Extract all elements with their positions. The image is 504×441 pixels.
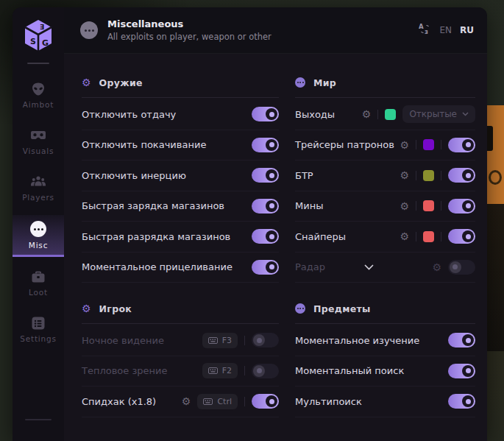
toggle-switch[interactable] — [448, 229, 475, 244]
sidebar-item-loot[interactable]: Loot — [13, 264, 64, 303]
section-divider — [82, 97, 279, 98]
sidebar-item-settings[interactable]: Settings — [13, 310, 64, 349]
toggle-switch[interactable] — [252, 229, 279, 244]
sidebar-item-label: Misc — [29, 241, 48, 250]
page-header: Miscellaneous All exploits on player, we… — [64, 7, 487, 54]
feature-row: Трейсеры патронов ⚙ — [295, 130, 475, 161]
expand-chevron-icon[interactable] — [364, 264, 393, 270]
items-icon — [295, 303, 305, 314]
exits-dropdown[interactable]: Открытые — [402, 105, 475, 123]
sidebar-item-visuals[interactable]: Visuals — [13, 122, 64, 161]
briefcase-icon — [30, 269, 46, 284]
sidebar-item-label: Visuals — [23, 147, 54, 155]
lang-ru-button[interactable]: RU — [460, 25, 474, 35]
page-title: Miscellaneous — [107, 18, 271, 29]
toggle-switch[interactable] — [448, 333, 475, 347]
color-swatch[interactable] — [423, 139, 434, 150]
section-title: Оружие — [99, 77, 143, 88]
toggle-switch[interactable] — [252, 138, 279, 152]
feature-row: Моментальный поиск — [295, 356, 475, 387]
color-swatch[interactable] — [423, 231, 434, 242]
gear-icon: ⚙ — [82, 77, 91, 88]
feature-row: БТР ⚙ — [295, 160, 475, 191]
gear-icon[interactable]: ⚙ — [362, 109, 372, 119]
feature-row: Снайперы ⚙ — [295, 222, 475, 253]
section-weapon: ⚙ Оружие Отключить отдачу Отключить пока… — [82, 76, 279, 283]
feature-row: Отключить инерцию — [82, 160, 279, 191]
feature-row: Радар ⚙ — [295, 253, 475, 283]
game-background-sign — [487, 105, 504, 204]
vr-goggles-icon — [30, 128, 46, 143]
gear-icon[interactable]: ⚙ — [400, 140, 409, 150]
svg-text:G: G — [42, 38, 49, 48]
left-column: ⚙ Оружие Отключить отдачу Отключить пока… — [82, 76, 279, 441]
feature-row: Выходы ⚙ Открытые — [295, 99, 475, 130]
section-title: Предметы — [313, 303, 371, 314]
toggle-switch[interactable] — [252, 394, 279, 409]
section-title: Мир — [313, 77, 336, 88]
sidebar-item-label: Players — [22, 193, 54, 202]
sidebar-item-label: Aimbot — [23, 100, 54, 109]
toggle-switch[interactable] — [448, 138, 475, 152]
keyboard-icon — [208, 367, 218, 374]
section-divider — [295, 97, 475, 98]
sidebar-item-label: Loot — [29, 288, 48, 297]
lang-en-button[interactable]: EN — [439, 25, 452, 35]
svg-text:S: S — [30, 37, 36, 46]
feature-row: Ночное видение F3 — [82, 325, 279, 356]
section-player: ⚙ Игрок Ночное видение F3 — [82, 302, 279, 417]
toggle-switch[interactable] — [252, 107, 279, 121]
hotkey-badge[interactable]: F2 — [202, 363, 238, 378]
section-world: Мир Выходы ⚙ Открытые — [295, 76, 475, 283]
hotkey-badge[interactable]: F3 — [202, 333, 238, 348]
main-content: ⚙ Оружие Отключить отдачу Отключить пока… — [64, 54, 487, 441]
keyboard-icon — [208, 337, 218, 344]
ellipsis-icon — [30, 221, 46, 237]
gear-icon[interactable]: ⚙ — [400, 231, 409, 241]
toggle-switch[interactable] — [252, 333, 279, 347]
game-background — [487, 204, 504, 351]
toggle-switch[interactable] — [252, 260, 279, 275]
feature-row: Мины ⚙ — [295, 191, 475, 222]
feature-row: Мультипоиск — [295, 387, 475, 417]
page-ellipsis-icon — [80, 21, 98, 39]
hotkey-badge[interactable]: Ctrl — [197, 394, 238, 409]
sidebar-item-misc[interactable]: Misc — [13, 215, 64, 257]
section-items: Предметы Моментальное изучение Моменталь… — [295, 302, 475, 417]
alien-icon — [30, 82, 46, 96]
feature-row: Моментальное прицеливание — [82, 253, 279, 283]
keyboard-icon — [203, 398, 213, 405]
toggle-switch[interactable] — [448, 199, 475, 214]
sidebar-item-aimbot[interactable]: Aimbot — [13, 76, 64, 115]
feature-row: Спидхак (x1.8) ⚙ Ctrl — [82, 387, 279, 417]
gear-icon[interactable]: ⚙ — [400, 170, 409, 180]
toggle-switch[interactable] — [252, 199, 279, 214]
toggle-switch[interactable] — [448, 168, 475, 183]
section-divider — [295, 323, 475, 324]
feature-row: Быстрая зарядка магазинов — [82, 191, 279, 222]
world-icon — [295, 77, 305, 88]
feature-row: Моментальное изучение — [295, 325, 475, 356]
toggle-switch[interactable] — [448, 364, 475, 378]
toggle-switch[interactable] — [448, 260, 475, 275]
toggle-switch[interactable] — [252, 364, 279, 378]
content-area: Miscellaneous All exploits on player, we… — [64, 7, 487, 441]
cheat-menu-panel: S G Ǝ Aimbot Visuals Players — [13, 7, 487, 441]
svg-text:A: A — [419, 23, 424, 30]
svg-text:Ǝ: Ǝ — [40, 24, 44, 31]
feature-row: Отключить покачивание — [82, 130, 279, 161]
gear-icon[interactable]: ⚙ — [182, 396, 191, 406]
color-swatch[interactable] — [385, 109, 396, 120]
sidebar: S G Ǝ Aimbot Visuals Players — [13, 7, 64, 441]
right-column: Мир Выходы ⚙ Открытые — [295, 76, 475, 441]
sidebar-item-label: Settings — [20, 334, 56, 343]
toggle-switch[interactable] — [252, 168, 279, 183]
gear-icon[interactable]: ⚙ — [400, 201, 409, 211]
color-swatch[interactable] — [423, 170, 434, 181]
gear-icon[interactable]: ⚙ — [432, 262, 441, 272]
gear-icon: ⚙ — [82, 303, 91, 314]
sidebar-item-players[interactable]: Players — [13, 169, 64, 208]
section-title: Игрок — [99, 303, 132, 314]
toggle-switch[interactable] — [448, 394, 475, 409]
color-swatch[interactable] — [423, 200, 434, 211]
